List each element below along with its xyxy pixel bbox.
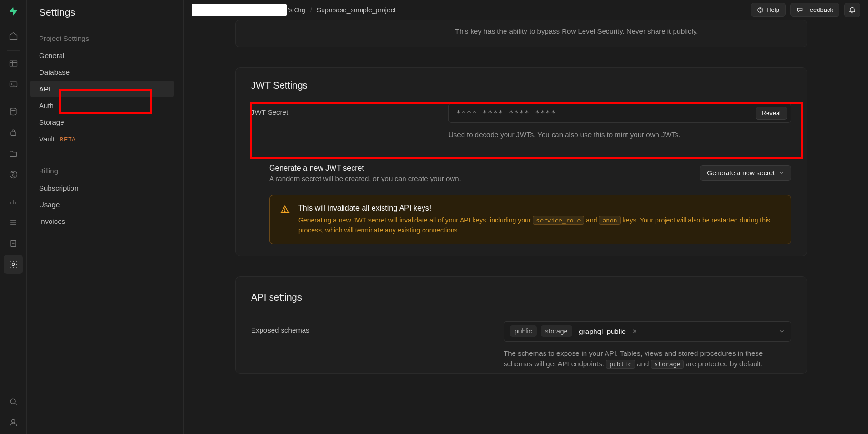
account-icon[interactable] bbox=[4, 413, 23, 432]
org-name-redacted bbox=[192, 4, 287, 16]
settings-sidebar: Settings Project Settings General Databa… bbox=[27, 0, 184, 434]
sidebar-item-usage[interactable]: Usage bbox=[30, 196, 174, 213]
exposed-schemas-help: The schemas to expose in your API. Table… bbox=[504, 348, 791, 370]
storage-icon[interactable] bbox=[4, 144, 23, 163]
jwt-secret-value: **** **** **** **** bbox=[456, 109, 756, 118]
logs-icon[interactable] bbox=[4, 213, 23, 232]
code-anon: anon bbox=[599, 216, 620, 225]
svg-rect-14 bbox=[11, 240, 16, 246]
sidebar-item-label: Vault bbox=[39, 135, 55, 143]
sidebar-item-auth[interactable]: Auth bbox=[30, 97, 174, 114]
reveal-button[interactable]: Reveal bbox=[756, 107, 787, 120]
svg-point-5 bbox=[10, 108, 16, 111]
api-settings-card: API settings Exposed schemas public stor… bbox=[235, 276, 807, 374]
beta-badge: BETA bbox=[60, 136, 76, 143]
code-storage: storage bbox=[651, 360, 684, 369]
icon-rail bbox=[0, 0, 27, 434]
warning-title: This will invalidate all existing API ke… bbox=[298, 204, 780, 212]
warning-text: Generating a new JWT secret will invalid… bbox=[298, 215, 780, 235]
generate-title: Generate a new JWT secret bbox=[269, 164, 461, 172]
api-settings-title: API settings bbox=[236, 277, 807, 308]
feedback-button[interactable]: Feedback bbox=[790, 3, 839, 17]
jwt-settings-title: JWT Settings bbox=[236, 68, 807, 96]
breadcrumb-separator: / bbox=[310, 6, 312, 14]
content-scroll[interactable]: This key has the ability to bypass Row L… bbox=[184, 20, 868, 434]
sidebar-item-general[interactable]: General bbox=[30, 47, 174, 64]
svg-point-20 bbox=[11, 419, 15, 423]
svg-rect-3 bbox=[10, 82, 17, 87]
topbar: 's Org / Supabase_sample_project Help Fe… bbox=[184, 0, 868, 20]
table-icon[interactable] bbox=[4, 54, 23, 73]
sidebar-item-vault[interactable]: Vault BETA bbox=[30, 131, 174, 147]
breadcrumb-project[interactable]: Supabase_sample_project bbox=[317, 6, 396, 14]
supabase-logo-icon[interactable] bbox=[8, 6, 19, 17]
edge-icon[interactable] bbox=[4, 165, 23, 184]
sidebar-item-storage[interactable]: Storage bbox=[30, 114, 174, 131]
svg-point-22 bbox=[760, 11, 761, 11]
service-role-note: This key has the ability to bypass Row L… bbox=[236, 20, 807, 35]
reports-icon[interactable] bbox=[4, 192, 23, 211]
generate-row: Generate a new JWT secret A random secre… bbox=[236, 154, 807, 192]
chat-icon bbox=[797, 7, 803, 13]
schema-tag-storage[interactable]: storage bbox=[541, 325, 573, 337]
chevron-down-icon[interactable] bbox=[778, 328, 785, 334]
docs-icon[interactable] bbox=[4, 234, 23, 253]
help-button[interactable]: Help bbox=[751, 3, 786, 17]
svg-rect-0 bbox=[10, 61, 17, 66]
svg-point-24 bbox=[284, 211, 285, 212]
jwt-secret-label: JWT Secret bbox=[251, 103, 448, 116]
help-icon bbox=[757, 7, 764, 13]
code-service-role: service_role bbox=[533, 216, 584, 225]
jwt-settings-card: JWT Settings JWT Secret **** **** **** *… bbox=[235, 67, 807, 256]
bell-icon bbox=[848, 6, 856, 14]
jwt-secret-field: **** **** **** **** Reveal bbox=[448, 103, 791, 123]
warning-box: This will invalidate all existing API ke… bbox=[269, 195, 791, 244]
sidebar-item-invoices[interactable]: Invoices bbox=[30, 213, 174, 230]
schema-tag-public[interactable]: public bbox=[510, 325, 537, 337]
jwt-secret-row: JWT Secret **** **** **** **** Reveal Us… bbox=[236, 96, 807, 144]
svg-rect-6 bbox=[11, 132, 16, 136]
svg-point-17 bbox=[12, 263, 14, 266]
settings-icon[interactable] bbox=[4, 255, 23, 274]
lock-icon[interactable] bbox=[4, 123, 23, 142]
chevron-down-icon bbox=[778, 170, 784, 176]
sidebar-item-subscription[interactable]: Subscription bbox=[30, 180, 174, 196]
notifications-button[interactable] bbox=[844, 3, 860, 17]
sidebar-group-billing: Billing bbox=[27, 161, 183, 180]
schema-remove-icon[interactable]: ✕ bbox=[632, 328, 637, 335]
sidebar-item-database[interactable]: Database bbox=[30, 64, 174, 81]
sidebar-group-project: Project Settings bbox=[27, 29, 183, 47]
exposed-schemas-row: Exposed schemas public storage graphql_p… bbox=[236, 308, 807, 373]
org-suffix[interactable]: 's Org bbox=[288, 6, 305, 14]
generate-subtitle: A random secret will be created, or you … bbox=[269, 174, 461, 182]
warning-icon bbox=[280, 204, 290, 235]
svg-line-19 bbox=[14, 403, 16, 405]
sql-icon[interactable] bbox=[4, 75, 23, 94]
sidebar-title: Settings bbox=[27, 7, 183, 29]
exposed-schemas-label: Exposed schemas bbox=[251, 321, 504, 334]
home-icon[interactable] bbox=[4, 27, 23, 46]
search-icon[interactable] bbox=[4, 392, 23, 411]
svg-point-18 bbox=[10, 399, 15, 404]
exposed-schemas-select[interactable]: public storage graphql_public ✕ bbox=[504, 321, 791, 342]
schema-value: graphql_public bbox=[576, 325, 628, 337]
code-public: public bbox=[606, 360, 635, 369]
service-role-card-partial: This key has the ability to bypass Row L… bbox=[235, 20, 807, 47]
sidebar-item-api[interactable]: API bbox=[30, 81, 174, 97]
database-icon[interactable] bbox=[4, 102, 23, 121]
jwt-secret-help: Used to decode your JWTs. You can also u… bbox=[448, 130, 791, 141]
generate-secret-button[interactable]: Generate a new secret bbox=[700, 165, 791, 181]
main-area: 's Org / Supabase_sample_project Help Fe… bbox=[184, 0, 868, 434]
